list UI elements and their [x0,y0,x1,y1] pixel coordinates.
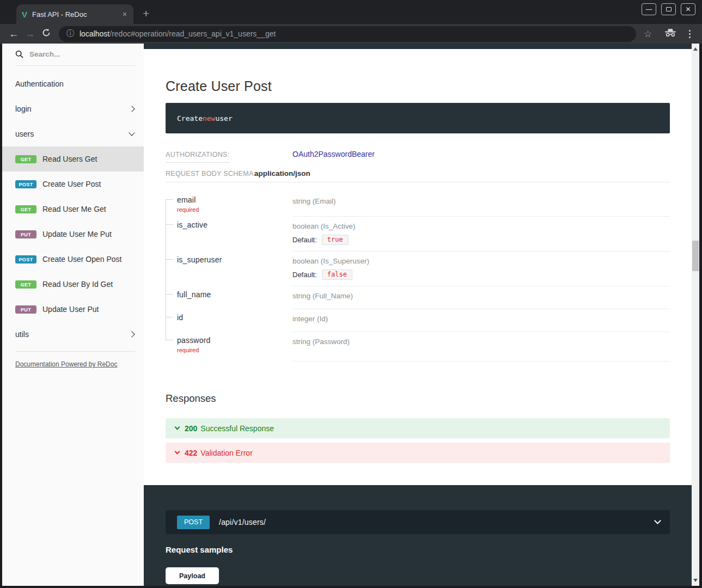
previous-panel-strip [144,44,692,49]
sidebar-item-login[interactable]: login [2,96,144,121]
main-content: Create User Post Create new user AUTHORI… [144,44,692,586]
responses-list: 200 Successful Response 422 Validation E… [166,418,670,463]
method-badge: GET [15,280,36,289]
url-bar[interactable]: ⓘ localhost/redoc#operation/read_users_a… [59,26,636,42]
search-icon [15,50,23,58]
browser-titlebar: V Fast API - ReDoc × + — ✕ [0,0,702,24]
schema-field-row[interactable]: email required string (Email) [166,192,670,217]
schema-field-row[interactable]: id integer (Id) [166,309,670,332]
response-label: Successful Response [200,424,274,433]
search-placeholder: Search... [29,50,60,58]
sidebar-operation-update-user-put[interactable]: PUT Update User Put [2,297,144,322]
sidebar-operations-list: GET Read Users Get POST Create User Post… [2,146,144,322]
field-name: is_active [177,220,207,229]
sidebar-operation-read-users-get[interactable]: GET Read Users Get [2,146,144,171]
schema-field-row[interactable]: is_active boolean (Is_Active) Default: t… [166,217,670,252]
code-keyword: new [203,114,215,122]
chevron-right-icon [129,106,135,112]
response-code: 422 [185,449,197,457]
field-type: string (Email) [292,197,336,205]
page-title: Create User Post [166,78,272,94]
method-badge: POST [15,255,36,264]
field-type: string (Full_Name) [292,292,353,300]
scrollbar-thumb[interactable] [692,241,699,271]
request-samples-heading: Request samples [166,545,233,554]
redoc-page: Search... Authentication login users GET… [2,44,699,586]
chevron-down-icon [175,449,180,455]
field-default: Default: true [292,235,670,245]
response-row[interactable]: 422 Validation Error [166,443,670,463]
window-close-button[interactable]: ✕ [681,3,695,15]
method-badge: POST [15,180,36,188]
page-info-icon[interactable]: ⓘ [66,29,74,39]
incognito-icon [664,28,677,39]
scroll-up-icon[interactable] [693,47,698,51]
field-name: full_name [177,290,211,299]
browser-menu-icon[interactable] [689,30,691,38]
authorizations-row: AUTHORIZATIONS: OAuth2PasswordBearer [166,151,229,163]
sidebar-item-authentication[interactable]: Authentication [2,71,144,96]
schema-field-row[interactable]: full_name string (Full_Name) [166,286,670,309]
chevron-down-icon [654,517,661,524]
sidebar-operation-create-user-post[interactable]: POST Create User Post [2,171,144,197]
http-method-badge: POST [177,516,210,529]
method-badge: PUT [15,230,36,238]
search-input[interactable]: Search... [15,50,135,66]
field-name: email [177,195,196,204]
field-name: is_superuser [177,255,222,264]
tab-close-icon[interactable]: × [121,10,128,19]
sidebar-operation-read-user-me-get[interactable]: GET Read User Me Get [2,197,144,222]
responses-heading: Responses [166,393,216,405]
sidebar-operation-create-user-open-post[interactable]: POST Create User Open Post [2,247,144,272]
schema-field-row[interactable]: password required string (Password) [166,332,670,362]
schema-divider [166,182,670,182]
default-value-badge: false [322,270,352,280]
response-label: Validation Error [200,449,252,457]
sidebar-item-users[interactable]: users [2,121,144,146]
field-type: boolean (Is_Superuser) [292,257,369,265]
oauth2-link[interactable]: OAuth2PasswordBearer [292,150,375,158]
schema-fields-table: email required string (Email) is_active … [166,192,670,362]
response-code: 200 [185,424,197,433]
endpoint-dropdown[interactable]: POST /api/v1/users/ [166,510,670,534]
endpoint-path: /api/v1/users/ [219,518,655,526]
vertical-scrollbar[interactable] [692,44,699,586]
schema-label: REQUEST BODY SCHEMA: [166,170,255,177]
field-name: password [177,336,211,345]
window-minimize-button[interactable]: — [642,3,656,15]
sidebar-operation-update-user-me-put[interactable]: PUT Update User Me Put [2,222,144,247]
authorizations-label: AUTHORIZATIONS: [166,151,229,163]
window-maximize-button[interactable] [661,3,676,15]
field-default: Default: false [292,270,670,280]
method-badge: PUT [15,305,36,314]
browser-tab[interactable]: V Fast API - ReDoc × [16,4,133,24]
field-type: boolean (Is_Active) [292,222,356,230]
back-button[interactable]: ← [5,28,22,40]
samples-panel: POST /api/v1/users/ Request samples Payl… [144,485,692,586]
payload-tab[interactable]: Payload [166,567,219,584]
sidebar-divider [15,351,135,352]
required-flag: required [177,347,287,353]
chevron-down-icon [129,130,135,136]
sidebar-operation-read-user-by-id-get[interactable]: GET Read User By Id Get [2,272,144,297]
sidebar-item-utils[interactable]: utils [2,322,144,347]
bookmark-star-icon[interactable]: ☆ [644,28,652,40]
response-row[interactable]: 200 Successful Response [166,418,670,438]
forward-button[interactable]: → [22,28,38,40]
sidebar: Search... Authentication login users GET… [2,44,144,586]
scroll-down-icon[interactable] [693,579,698,582]
url-text: localhost/redoc#operation/read_users_api… [80,29,276,38]
schema-field-row[interactable]: is_superuser boolean (Is_Superuser) Defa… [166,252,670,286]
redoc-footer-link[interactable]: Documentation Powered by ReDoc [15,360,131,368]
required-flag: required [177,206,287,213]
new-tab-button[interactable]: + [143,8,149,19]
reload-button[interactable] [41,28,51,40]
description-code-block: Create new user [166,103,670,133]
request-body-schema-row: REQUEST BODY SCHEMA: application/json [166,170,255,177]
fastapi-favicon-icon: V [22,10,27,19]
field-name: id [177,313,183,322]
chevron-right-icon [129,331,135,337]
browser-toolbar: ← → ⓘ localhost/redoc#operation/read_use… [0,24,702,44]
maximize-icon [666,7,672,11]
chevron-down-icon [175,425,180,430]
